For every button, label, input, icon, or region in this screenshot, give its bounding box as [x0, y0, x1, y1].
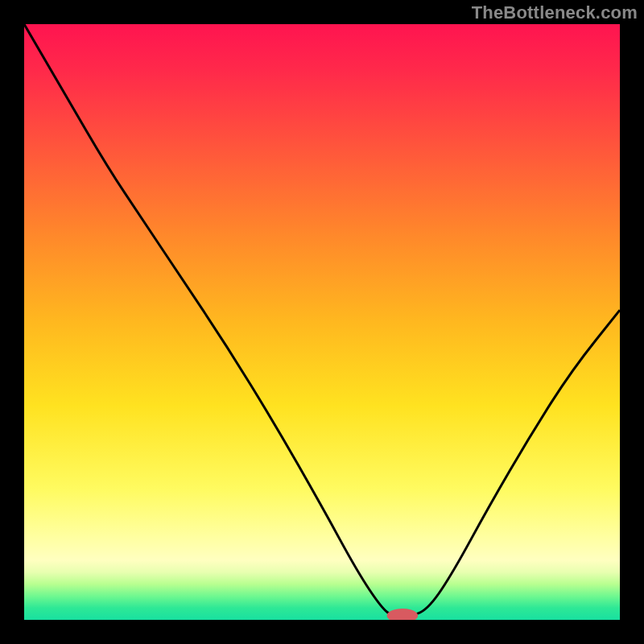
curve-layer: [24, 24, 620, 620]
chart-frame: TheBottleneck.com: [0, 0, 644, 644]
optimal-marker: [387, 609, 418, 620]
plot-area: [24, 24, 620, 620]
bottleneck-curve: [24, 24, 620, 617]
watermark-text: TheBottleneck.com: [472, 2, 638, 23]
